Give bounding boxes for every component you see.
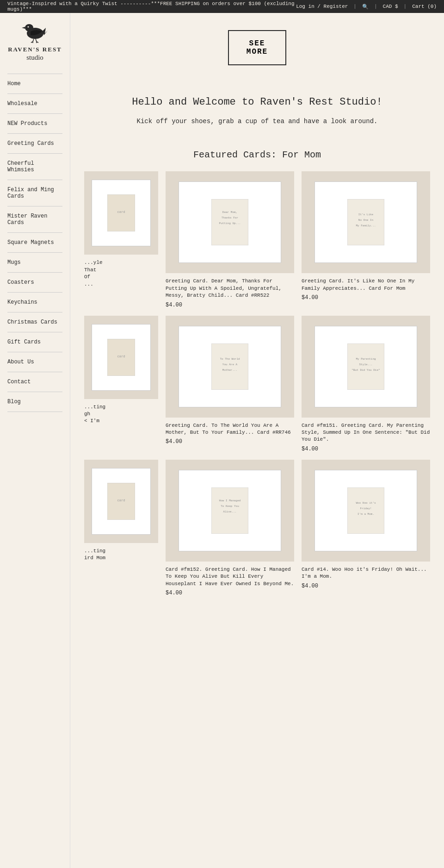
svg-text:Mother...: Mother...: [222, 368, 237, 372]
nav-divider: [7, 352, 62, 352]
nav-divider: [7, 312, 62, 312]
svg-text:card: card: [117, 210, 125, 214]
nav-divider: [7, 392, 62, 392]
product-card-rr522[interactable]: Dear Mom, Thanks For Putting Up... Greet…: [166, 171, 294, 308]
nav-divider: [7, 180, 62, 180]
product-row-2: card ...tinggh< I'm To The World Yo: [80, 316, 435, 452]
product-image-family: It's Like No One In My Family...: [302, 171, 430, 273]
nav-divider: [7, 412, 62, 412]
featured-section: Featured Cards: For Mom card ...yleThatO…: [70, 140, 444, 596]
sidebar-item-cheerful-whimsies[interactable]: Cheerful Whimsies: [7, 156, 62, 177]
nav-divider: [7, 206, 62, 206]
welcome-body: Kick off your shoes, grab a cup of tea a…: [98, 116, 416, 126]
product-title-fm152: Card #fm152. Greeting Card. How I Manage…: [166, 566, 294, 587]
svg-text:Putting Up...: Putting Up...: [219, 222, 241, 225]
nav-divider: [7, 252, 62, 253]
sidebar-item-home[interactable]: Home: [7, 77, 62, 91]
login-link[interactable]: Log in / Register: [296, 4, 348, 9]
product-image: card: [84, 171, 158, 255]
sidebar-item-mugs[interactable]: Mugs: [7, 256, 62, 269]
sidebar-item-square-magnets[interactable]: Square Magnets: [7, 236, 62, 250]
nav-divider: [7, 133, 62, 134]
sidebar-item-keychains[interactable]: Keychains: [7, 295, 62, 309]
card-thumbnail: card: [107, 194, 135, 231]
hero-area: SEE MORE: [70, 13, 444, 78]
svg-text:To Keep You: To Keep You: [221, 505, 239, 508]
sidebar-item-coasters[interactable]: Coasters: [7, 275, 62, 289]
svg-rect-27: [347, 343, 384, 390]
product-card-partial-2[interactable]: card ...tinggh< I'm: [84, 316, 158, 452]
product-price-rr522: $4.00: [166, 302, 294, 308]
product-title-rr522: Greeting Card. Dear Mom, Thanks For Putt…: [166, 278, 294, 299]
product-title-partial-2: ...tinggh< I'm: [84, 404, 158, 425]
product-card-fm151[interactable]: My Parenting Style... "But Did You Die" …: [302, 316, 430, 452]
svg-text:"But Did You Die": "But Did You Die": [352, 368, 380, 372]
separator2: |: [374, 4, 377, 9]
svg-text:My Parenting: My Parenting: [356, 357, 376, 361]
product-price-card14: $4.00: [302, 583, 430, 589]
promo-text: Vintage-Inspired with a Quirky Twist ---…: [7, 1, 296, 12]
sidebar-item-about-us[interactable]: About Us: [7, 355, 62, 369]
svg-line-6: [36, 39, 37, 42]
product-card-partial-3[interactable]: card ...tingird Mom: [84, 460, 158, 596]
layout: RAVEN'S REST studio Home Wholesale NEW P…: [0, 13, 444, 868]
currency-selector[interactable]: CAD $: [383, 4, 398, 9]
product-title-family: Greeting Card. It's Like No One In My Fa…: [302, 278, 430, 292]
sidebar-item-wholesale[interactable]: Wholesale: [7, 97, 62, 111]
separator3: |: [404, 4, 407, 9]
sidebar-item-felix-ming[interactable]: Felix and Ming Cards: [7, 183, 62, 203]
svg-rect-17: [347, 199, 384, 245]
sidebar-item-christmas-cards[interactable]: Christmas Cards: [7, 315, 62, 329]
nav-divider: [7, 232, 62, 233]
product-card-partial-1[interactable]: card ...yleThatOf...: [84, 171, 158, 308]
nav-divider: [7, 153, 62, 154]
sidebar-item-gift-cards[interactable]: Gift Cards: [7, 335, 62, 349]
raven-logo-icon: [19, 19, 51, 44]
welcome-heading: Hello and Welcome to Raven's Rest Studio…: [98, 96, 416, 108]
card-thumbnail-fm152: How I Managed To Keep You Alive...: [211, 487, 248, 534]
logo-area: RAVEN'S REST studio: [7, 13, 62, 71]
header-actions: Log in / Register | 🔍 | CAD $ | Cart (0): [296, 4, 437, 10]
welcome-section: Hello and Welcome to Raven's Rest Studio…: [70, 78, 444, 140]
svg-text:How I Managed: How I Managed: [219, 499, 241, 502]
product-card-card14[interactable]: Woo Hoo it's Friday! I'm a Mom. Card #14…: [302, 460, 430, 596]
announcement-bar: Vintage-Inspired with a Quirky Twist ---…: [0, 0, 444, 13]
sidebar-item-new-products[interactable]: NEW Products: [7, 117, 62, 131]
svg-rect-23: [211, 343, 248, 390]
nav-divider: [7, 272, 62, 273]
nav-divider: [7, 74, 62, 74]
sidebar-item-contact[interactable]: Contact: [7, 375, 62, 389]
sidebar: RAVEN'S REST studio Home Wholesale NEW P…: [0, 13, 70, 868]
separator: |: [353, 4, 357, 9]
cart-button[interactable]: Cart (0): [412, 4, 437, 9]
product-image-fm151: My Parenting Style... "But Did You Die": [302, 316, 430, 418]
sidebar-item-blog[interactable]: Blog: [7, 395, 62, 409]
svg-text:To The World: To The World: [220, 357, 240, 361]
product-row-3: card ...tingird Mom How I Managed T: [80, 460, 435, 596]
svg-text:No One In: No One In: [358, 219, 374, 222]
product-image-card14: Woo Hoo it's Friday! I'm a Mom.: [302, 460, 430, 562]
logo-text-sub: studio: [7, 54, 62, 62]
card-thumbnail-partial-3: card: [107, 483, 135, 520]
svg-point-3: [27, 26, 29, 28]
svg-text:card: card: [117, 499, 125, 502]
card-thumbnail-rr522: Dear Mom, Thanks For Putting Up...: [211, 199, 248, 245]
see-more-line1: SEE: [249, 39, 265, 48]
product-card-rr746[interactable]: To The World You Are A Mother... Greetin…: [166, 316, 294, 452]
sidebar-item-mister-raven[interactable]: Mister Raven Cards: [7, 209, 62, 230]
svg-point-1: [25, 24, 33, 31]
svg-line-5: [33, 39, 34, 42]
card-thumbnail-partial-2: card: [107, 339, 135, 376]
product-title-card14: Card #14. Woo Hoo it's Friday! Oh Wait..…: [302, 566, 430, 581]
sidebar-item-greeting-cards[interactable]: Greeting Cards: [7, 137, 62, 150]
see-more-button[interactable]: SEE MORE: [228, 30, 286, 65]
svg-text:Style...: Style...: [359, 363, 373, 366]
featured-heading: Featured Cards: For Mom: [80, 150, 435, 160]
svg-text:Thanks For: Thanks For: [222, 216, 238, 219]
card-thumbnail-card14: Woo Hoo it's Friday! I'm a Mom.: [347, 487, 384, 534]
search-button[interactable]: 🔍: [362, 4, 369, 10]
product-title-partial-1: ...yleThatOf...: [84, 259, 158, 288]
product-card-fm152[interactable]: How I Managed To Keep You Alive... Card …: [166, 460, 294, 596]
product-card-family[interactable]: It's Like No One In My Family... Greetin…: [302, 171, 430, 308]
product-price-fm152: $4.00: [166, 590, 294, 596]
